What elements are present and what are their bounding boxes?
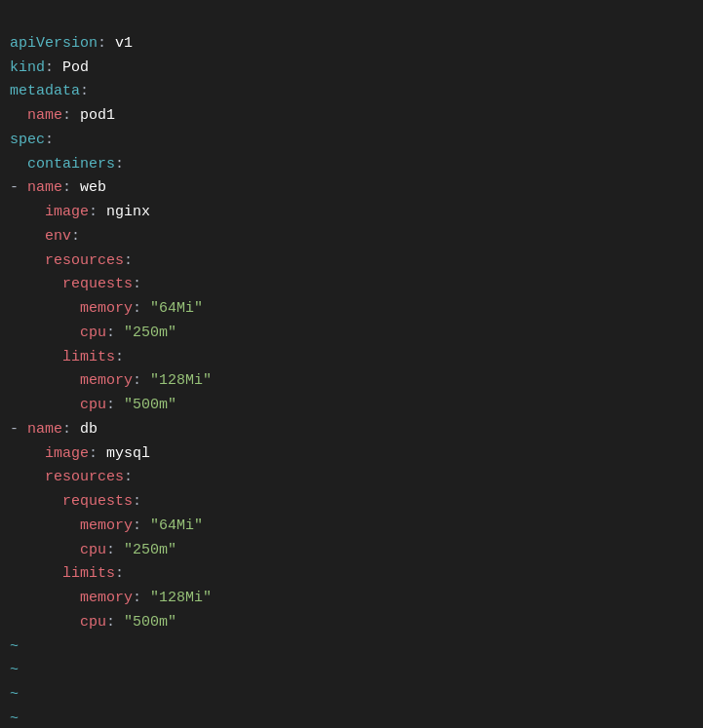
code-line: cpu: "250m" — [10, 539, 693, 563]
code-line: resources: — [10, 249, 693, 274]
code-line: name: pod1 — [10, 104, 693, 129]
token: name — [27, 107, 62, 124]
token: name — [27, 179, 62, 196]
token: : — [115, 349, 124, 365]
code-line: spec: — [10, 129, 693, 153]
token: "500m" — [124, 397, 176, 413]
code-line: apiVersion: v1 — [10, 32, 693, 57]
token: : — [89, 204, 106, 220]
token: "500m" — [124, 614, 176, 631]
token: mysql — [106, 445, 150, 462]
token: : — [124, 252, 133, 269]
token: : — [106, 542, 124, 558]
tilde-char: ~ — [10, 638, 19, 655]
token: : — [133, 276, 141, 292]
token: : — [45, 132, 54, 148]
token: : — [106, 325, 124, 341]
token: : — [45, 59, 62, 76]
token: : — [89, 445, 106, 462]
token: memory — [80, 517, 133, 534]
token: : — [62, 421, 80, 438]
token: : — [133, 372, 150, 389]
token: v1 — [115, 35, 133, 52]
token: resources — [45, 252, 124, 269]
tilde-char: ~ — [10, 686, 19, 703]
token: nginx — [106, 204, 150, 220]
token: cpu — [80, 614, 106, 631]
token: containers — [27, 156, 115, 172]
code-line: cpu: "500m" — [10, 394, 693, 418]
token: pod1 — [80, 107, 115, 124]
token: : — [115, 565, 124, 582]
token: : — [98, 35, 115, 52]
code-line: env: — [10, 225, 693, 249]
token: "64Mi" — [150, 517, 203, 534]
code-editor: apiVersion: v1kind: Podmetadata: name: p… — [10, 8, 693, 728]
token: : — [133, 590, 150, 606]
code-line: memory: "64Mi" — [10, 297, 693, 322]
tilde-line: ~ — [10, 708, 693, 728]
code-line: limits: — [10, 562, 693, 587]
code-line: metadata: — [10, 80, 693, 104]
tilde-line: ~ — [10, 635, 693, 660]
code-line: memory: "128Mi" — [10, 587, 693, 611]
token: "250m" — [124, 542, 176, 558]
tilde-char: ~ — [10, 662, 19, 678]
token: : — [62, 107, 80, 124]
token: name — [27, 421, 62, 438]
token: : — [133, 517, 150, 534]
token: memory — [80, 372, 133, 389]
code-line: - name: db — [10, 418, 693, 442]
code-line: requests: — [10, 490, 693, 515]
tilde-char: ~ — [10, 710, 19, 727]
code-line: memory: "128Mi" — [10, 369, 693, 394]
token: "250m" — [124, 325, 176, 341]
code-line: requests: — [10, 273, 693, 297]
token: : — [124, 469, 133, 485]
token: - — [10, 421, 27, 438]
token: "64Mi" — [150, 300, 203, 317]
token: env — [45, 228, 71, 245]
token: requests — [62, 276, 133, 292]
token: : — [133, 493, 141, 510]
token: : — [106, 397, 124, 413]
code-line: image: nginx — [10, 201, 693, 225]
code-line: kind: Pod — [10, 57, 693, 81]
token: cpu — [80, 542, 106, 558]
code-line: memory: "64Mi" — [10, 515, 693, 539]
token: metadata — [10, 83, 80, 99]
code-line: resources: — [10, 466, 693, 490]
token: memory — [80, 300, 133, 317]
token: resources — [45, 469, 124, 485]
token: apiVersion — [10, 35, 98, 52]
token: "128Mi" — [150, 590, 212, 606]
code-line: containers: — [10, 153, 693, 177]
token: image — [45, 445, 89, 462]
code-line: limits: — [10, 346, 693, 370]
code-line: image: mysql — [10, 442, 693, 467]
token: : — [133, 300, 150, 317]
token: web — [80, 179, 106, 196]
token: image — [45, 204, 89, 220]
token: : — [106, 614, 124, 631]
token: limits — [62, 565, 115, 582]
token: limits — [62, 349, 115, 365]
tilde-line: ~ — [10, 683, 693, 708]
tilde-line: ~ — [10, 659, 693, 683]
token: : — [62, 179, 80, 196]
token: requests — [62, 493, 133, 510]
code-line: - name: web — [10, 176, 693, 201]
code-line: cpu: "250m" — [10, 322, 693, 346]
code-line: cpu: "500m" — [10, 611, 693, 635]
token: memory — [80, 590, 133, 606]
token: cpu — [80, 325, 106, 341]
token: db — [80, 421, 98, 438]
token: cpu — [80, 397, 106, 413]
token: : — [80, 83, 89, 99]
token: Pod — [62, 59, 89, 76]
token: "128Mi" — [150, 372, 212, 389]
token: - — [10, 179, 27, 196]
token: kind — [10, 59, 45, 76]
token: spec — [10, 132, 45, 148]
token: : — [71, 228, 80, 245]
